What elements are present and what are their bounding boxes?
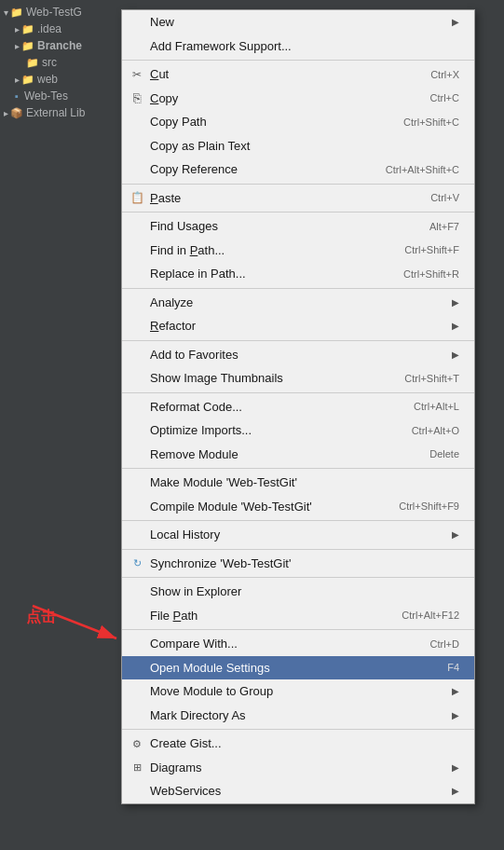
new-icon — [129, 15, 144, 30]
find-usages-icon — [129, 219, 144, 234]
history-arrow: ▶ — [452, 528, 459, 542]
paste-icon: 📋 — [129, 190, 144, 205]
sync-icon: ↻ — [129, 555, 144, 570]
menu-item-diagrams[interactable]: ⊞ Diagrams ▶ — [122, 756, 474, 780]
menu-item-find-usages[interactable]: Find Usages Alt+F7 — [122, 214, 474, 239]
menu-item-local-history[interactable]: Local History ▶ — [122, 523, 474, 547]
cut-icon: ✂ — [129, 67, 144, 82]
menu-item-paste[interactable]: 📋 Paste Ctrl+V — [122, 186, 474, 211]
refactor-icon — [129, 319, 144, 334]
menu-item-move-module[interactable]: Move Module to Group ▶ — [122, 679, 474, 704]
compile-module-icon — [129, 499, 144, 514]
menu-item-copy-ref[interactable]: Copy Reference Ctrl+Alt+Shift+C — [122, 158, 474, 182]
separator-8 — [122, 520, 474, 521]
thumbnails-icon — [129, 371, 144, 386]
separator-2 — [122, 184, 474, 185]
menu-item-copy[interactable]: ⎘ Copy Ctrl+C — [122, 87, 474, 111]
tree-webtes[interactable]: ▪ Web-Tes — [0, 88, 126, 104]
webservices-arrow: ▶ — [452, 784, 459, 798]
copy-plain-icon — [129, 138, 144, 153]
mark-arrow: ▶ — [452, 708, 459, 722]
menu-item-refactor[interactable]: Refactor ▶ — [122, 314, 474, 338]
menu-item-show-thumbnails[interactable]: Show Image Thumbnails Ctrl+Shift+T — [122, 366, 474, 391]
menu-item-file-path[interactable]: File Path Ctrl+Alt+F12 — [122, 604, 474, 628]
copy-path-icon — [129, 115, 144, 130]
separator-7 — [122, 468, 474, 469]
move-arrow: ▶ — [452, 684, 459, 698]
reformat-icon — [129, 399, 144, 414]
menu-item-replace-path[interactable]: Replace in Path... Ctrl+Shift+R — [122, 262, 474, 286]
menu-item-new[interactable]: New ▶ — [122, 10, 474, 34]
module-settings-icon — [129, 660, 144, 675]
separator-10 — [122, 577, 474, 578]
framework-icon — [129, 38, 144, 53]
menu-item-compare[interactable]: Compare With... Ctrl+D — [122, 632, 474, 656]
explorer-icon — [129, 584, 144, 599]
file-tree: ▾ 📁 Web-TestG ▸ 📁 .idea ▸ 📁 Branche 📁 sr… — [0, 0, 126, 850]
menu-item-remove-module[interactable]: Remove Module Delete — [122, 443, 474, 467]
tree-src[interactable]: 📁 src — [0, 54, 126, 71]
webservices-icon — [129, 784, 144, 799]
copy-ref-icon — [129, 162, 144, 177]
menu-item-mark-directory[interactable]: Mark Directory As ▶ — [122, 704, 474, 728]
tree-web[interactable]: ▸ 📁 web — [0, 71, 126, 88]
menu-item-make-module[interactable]: Make Module 'Web-TestGit' — [122, 471, 474, 495]
make-module-icon — [129, 475, 144, 490]
gist-icon: ⚙ — [129, 736, 144, 751]
menu-item-add-framework[interactable]: Add Framework Support... — [122, 34, 474, 59]
menu-item-reformat[interactable]: Reformat Code... Ctrl+Alt+L — [122, 395, 474, 419]
context-menu: New ▶ Add Framework Support... ✂ Cut Ctr… — [121, 9, 475, 804]
tree-extlib[interactable]: ▸ 📦 External Lib — [0, 104, 126, 121]
analyze-arrow: ▶ — [452, 295, 459, 309]
menu-item-analyze[interactable]: Analyze ▶ — [122, 291, 474, 315]
remove-module-icon — [129, 446, 144, 461]
favorites-arrow: ▶ — [452, 348, 459, 362]
menu-item-copy-path[interactable]: Copy Path Ctrl+Shift+C — [122, 110, 474, 134]
separator-9 — [122, 549, 474, 550]
compare-icon — [129, 637, 144, 651]
copy-icon: ⎘ — [129, 90, 144, 105]
menu-item-add-favorites[interactable]: Add to Favorites ▶ — [122, 343, 474, 367]
separator-12 — [122, 729, 474, 730]
menu-item-compile-module[interactable]: Compile Module 'Web-TestGit' Ctrl+Shift+… — [122, 495, 474, 519]
move-module-icon — [129, 684, 144, 699]
diagrams-icon: ⊞ — [129, 760, 144, 775]
submenu-arrow: ▶ — [452, 15, 459, 29]
separator-5 — [122, 340, 474, 341]
menu-item-show-explorer[interactable]: Show in Explorer — [122, 580, 474, 604]
menu-item-find-path[interactable]: Find in Path... Ctrl+Shift+F — [122, 239, 474, 263]
menu-item-optimize[interactable]: Optimize Imports... Ctrl+Alt+O — [122, 418, 474, 443]
file-path-icon — [129, 608, 144, 623]
tree-idea[interactable]: ▸ 📁 .idea — [0, 21, 126, 37]
separator-11 — [122, 629, 474, 630]
menu-item-webservices[interactable]: WebServices ▶ — [122, 779, 474, 803]
find-path-icon — [129, 242, 144, 257]
analyze-icon — [129, 295, 144, 309]
menu-item-copy-plain[interactable]: Copy as Plain Text — [122, 134, 474, 158]
separator-4 — [122, 288, 474, 289]
separator-1 — [122, 60, 474, 61]
menu-item-create-gist[interactable]: ⚙ Create Gist... — [122, 732, 474, 756]
diagrams-arrow: ▶ — [452, 761, 459, 775]
menu-item-open-module-settings[interactable]: Open Module Settings F4 — [122, 656, 474, 680]
separator-3 — [122, 212, 474, 212]
history-icon — [129, 528, 144, 542]
menu-item-cut[interactable]: ✂ Cut Ctrl+X — [122, 62, 474, 87]
menu-item-synchronize[interactable]: ↻ Synchronize 'Web-TestGit' — [122, 552, 474, 576]
favorites-icon — [129, 347, 144, 362]
tree-branche[interactable]: ▸ 📁 Branche — [0, 37, 126, 54]
mark-dir-icon — [129, 707, 144, 722]
tree-root[interactable]: ▾ 📁 Web-TestG — [0, 4, 126, 21]
refactor-arrow: ▶ — [452, 319, 459, 333]
optimize-icon — [129, 423, 144, 438]
separator-6 — [122, 392, 474, 393]
replace-path-icon — [129, 267, 144, 281]
